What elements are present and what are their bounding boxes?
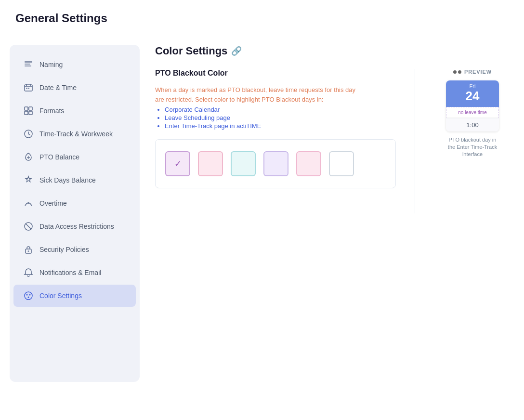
ban-icon — [23, 221, 34, 232]
svg-rect-1 — [25, 64, 30, 65]
sick-days-icon — [23, 175, 34, 185]
calendar-day-header: Fri 24 — [446, 80, 499, 107]
sidebar-item-sick-days[interactable]: Sick Days Balance — [13, 169, 136, 191]
color-swatch-4[interactable] — [263, 151, 288, 176]
svg-rect-4 — [26, 88, 27, 89]
svg-rect-8 — [25, 111, 28, 115]
bullet-item-3: Enter Time-Track page in actiTIME — [165, 122, 399, 130]
svg-rect-0 — [25, 61, 32, 63]
calendar-day-name: Fri — [450, 83, 495, 89]
sidebar-item-data-access[interactable]: Data Access Restrictions — [13, 215, 136, 237]
calendar-icon — [23, 82, 34, 93]
description-list: Corporate Calendar Leave Scheduling page… — [155, 106, 399, 130]
sidebar-item-pto-balance-label: PTO Balance — [39, 153, 79, 161]
svg-rect-2 — [25, 66, 31, 66]
sidebar-item-date-time[interactable]: Date & Time — [13, 77, 136, 99]
sidebar-item-formats[interactable]: Formats — [13, 100, 136, 122]
svg-rect-6 — [25, 107, 28, 110]
sidebar-item-overtime[interactable]: Overtime — [13, 192, 136, 214]
page-title: General Settings — [15, 12, 509, 25]
overtime-icon — [23, 198, 34, 209]
sidebar-item-color-settings[interactable]: Color Settings — [13, 285, 136, 307]
svg-point-11 — [27, 202, 29, 204]
svg-point-16 — [26, 294, 28, 296]
link-icon[interactable]: 🔗 — [231, 46, 242, 56]
sidebar-item-formats-label: Formats — [39, 107, 64, 115]
subsection-title: PTO Blackout Color — [155, 69, 399, 78]
color-swatch-2[interactable] — [198, 151, 223, 176]
preview-dot-2 — [458, 70, 461, 74]
preview-label-text: PREVIEW — [464, 69, 492, 75]
sidebar-item-data-access-label: Data Access Restrictions — [39, 223, 114, 230]
time-value: 1:00 — [446, 118, 499, 131]
svg-rect-9 — [29, 111, 32, 115]
clock-icon — [23, 129, 34, 139]
bullet-item-1: Corporate Calendar — [165, 106, 399, 113]
sidebar-item-security[interactable]: Security Policies — [13, 238, 136, 261]
sidebar-item-naming[interactable]: Naming — [13, 53, 136, 76]
svg-point-17 — [29, 294, 31, 296]
svg-point-18 — [28, 297, 29, 298]
svg-point-15 — [25, 292, 32, 300]
sidebar-item-color-settings-label: Color Settings — [39, 292, 82, 300]
main-content: PTO Blackout Color When a day is marked … — [155, 69, 399, 188]
preview-label-row: PREVIEW — [453, 69, 492, 75]
sidebar-item-notifications-label: Notifications & Email — [39, 269, 101, 276]
color-picker-box: ✓ — [155, 139, 396, 188]
palette-icon — [23, 290, 34, 301]
sidebar-item-notifications[interactable]: Notifications & Email — [13, 262, 136, 284]
color-swatch-3[interactable] — [231, 151, 256, 176]
color-swatch-6[interactable] — [329, 151, 354, 176]
section-divider — [415, 69, 415, 213]
sidebar-item-pto-balance[interactable]: PTO Balance — [13, 146, 136, 168]
color-swatch-1[interactable]: ✓ — [165, 151, 190, 176]
sidebar-item-naming-label: Naming — [39, 61, 63, 68]
preview-panel: PREVIEW Fri 24 no leave time 1:00 PTO bl… — [431, 69, 499, 158]
preview-caption: PTO blackout day in the Enter Time-Track… — [446, 136, 499, 158]
preview-dot-1 — [453, 70, 457, 74]
calendar-day-body: no leave time 1:00 — [446, 107, 499, 131]
naming-icon — [23, 59, 34, 70]
sidebar-item-time-track-label: Time-Track & Workweek — [39, 130, 113, 138]
bell-icon — [23, 267, 34, 278]
sidebar-item-overtime-label: Overtime — [39, 199, 67, 207]
color-swatch-5[interactable] — [296, 151, 321, 176]
sidebar-item-date-time-label: Date & Time — [39, 84, 77, 92]
svg-rect-5 — [28, 88, 29, 89]
lock-icon — [23, 244, 34, 255]
description-line1: When a day is marked as PTO blackout, le… — [155, 85, 399, 104]
sidebar-item-security-label: Security Policies — [39, 246, 89, 253]
preview-dots — [453, 70, 461, 74]
preview-calendar-day: Fri 24 no leave time 1:00 — [446, 80, 499, 131]
formats-icon — [23, 105, 34, 116]
content-area: Color Settings 🔗 PTO Blackout Color When… — [140, 45, 514, 403]
svg-point-14 — [28, 250, 29, 252]
sidebar-item-sick-days-label: Sick Days Balance — [39, 176, 96, 184]
content-section-title: Color Settings 🔗 — [155, 45, 499, 57]
no-leave-tag: no leave time — [446, 107, 499, 118]
sidebar-item-time-track[interactable]: Time-Track & Workweek — [13, 123, 136, 145]
pto-icon — [23, 152, 34, 162]
svg-rect-7 — [29, 107, 32, 110]
check-mark-icon: ✓ — [174, 158, 182, 169]
calendar-day-num: 24 — [450, 89, 495, 103]
bullet-item-2: Leave Scheduling page — [165, 114, 399, 121]
sidebar: Naming Date & Time — [10, 45, 140, 382]
